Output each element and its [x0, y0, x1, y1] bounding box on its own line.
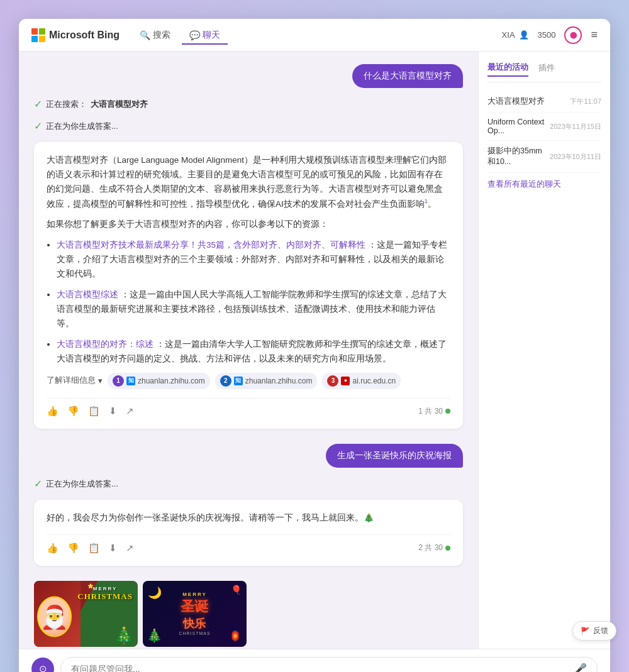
lantern-deco: 🏮 [229, 630, 242, 642]
green-dot-1 [445, 409, 450, 414]
sources-toggle[interactable]: 了解详细信息 ▾ [47, 375, 103, 386]
flag-icon: 🚩 [581, 627, 590, 636]
green-dot-2 [445, 546, 450, 551]
user-message-2: 生成一张圣诞快乐的庆祝海报 [326, 444, 463, 468]
source-chip-2[interactable]: 2 知 zhuanlan.zhihu.com [215, 373, 318, 389]
ref-1: 1 [425, 198, 428, 204]
user-message-1: 什么是大语言模型对齐 [352, 64, 463, 88]
status-generating-2: ✓ 正在为你生成答案... [34, 478, 463, 490]
copy-button-1[interactable]: 📋 [88, 405, 100, 417]
mic-icon[interactable]: 🎤 [574, 663, 587, 672]
copy-button-2[interactable]: 📋 [88, 543, 100, 554]
response-1-intro: 大语言模型对齐（Large Language Model Alignment）是… [47, 153, 450, 211]
input-area: ⊙ 🎤 ⊡ 0/4000 ➤ [19, 649, 610, 672]
nav-tabs: 🔍 搜索 💬 聊天 [132, 26, 228, 45]
christmas-text-1: MERRY CHRISTMAS [77, 586, 133, 602]
thumbup-button-1[interactable]: 👍 [47, 405, 58, 417]
avatar-icon: ⬤ [570, 31, 577, 38]
thumbup-button-2[interactable]: 👍 [47, 543, 58, 554]
input-avatar: ⊙ [31, 658, 54, 673]
view-all-link[interactable]: 查看所有最近的聊天 [487, 179, 601, 190]
thumbdown-button-1[interactable]: 👎 [67, 405, 79, 417]
input-box-wrapper: 🎤 [60, 657, 598, 672]
zhihu-icon-1: 知 [126, 377, 135, 385]
header-right: XIA 👤 3500 ⬤ ≡ [502, 26, 598, 44]
history-item-3[interactable]: 摄影中的35mm和10... 2023年10月11日 [487, 141, 601, 173]
source-chip-1[interactable]: 1 知 zhuanlan.zhihu.com [108, 373, 210, 389]
tab-chat[interactable]: 💬 聊天 [182, 26, 228, 45]
sidebar: 最近的活动 插件 大语言模型对齐 下午11:07 Uniform Context… [478, 52, 610, 649]
logo-sq-4 [39, 36, 45, 42]
logo-sq-2 [39, 28, 45, 35]
link-1[interactable]: 大语言模型对齐技术最新成果分享！共35篇，含外部对齐、内部对齐、可解释性 [57, 240, 365, 250]
tree-deco: 🎄 [147, 628, 162, 643]
logo-sq-1 [31, 28, 38, 35]
link-item-3: 大语言模型的对齐：综述 ：这是一篇由清华大学人工智能研究院教师和学生撰写的综述文… [57, 338, 450, 366]
christmas-text-2: MERRY 圣诞 快乐 CHRISTMAS [179, 592, 210, 636]
header: Microsoft Bing 🔍 搜索 💬 聊天 XIA 👤 3500 ⬤ [19, 19, 610, 52]
share-button-1[interactable]: ↗ [126, 405, 134, 417]
body: 什么是大语言模型对齐 ✓ 正在搜索： 大语言模型对齐 ✓ 正在为你生成答案...… [19, 52, 610, 649]
logo-sq-3 [31, 36, 38, 42]
source-chip-3[interactable]: 3 ● ai.ruc.edu.cn [322, 373, 401, 389]
download-button-1[interactable]: ⬇ [109, 405, 117, 417]
logo-text: Microsoft Bing [49, 30, 120, 41]
christmas-word: CHRISTMAS [77, 592, 133, 602]
header-left: Microsoft Bing 🔍 搜索 💬 聊天 [31, 26, 228, 45]
points-badge: 3500 [538, 30, 556, 40]
card-actions-1: 👍 👎 📋 ⬇ ↗ 1 共 30 [47, 398, 450, 417]
bing-logo-squares [31, 28, 45, 42]
link-3[interactable]: 大语言模型的对齐：综述 [57, 339, 153, 349]
feedback-button[interactable]: 🚩 反馈 [572, 621, 616, 641]
user-icon: 👤 [519, 30, 529, 40]
sidebar-tab-plugins[interactable]: 插件 [538, 62, 555, 77]
card-actions-2: 👍 👎 📋 ⬇ ↗ 2 共 30 [47, 534, 450, 554]
user-message-1-wrapper: 什么是大语言模型对齐 [34, 64, 463, 88]
page-count-1: 1 共 30 [418, 405, 450, 417]
user-message-2-wrapper: 生成一张圣诞快乐的庆祝海报 [34, 444, 463, 468]
status-generating-1: ✓ 正在为你生成答案... [34, 120, 463, 132]
ai-response-card-1: 大语言模型对齐（Large Language Model Alignment）是… [34, 142, 463, 429]
zhihu-icon-2: 知 [234, 377, 243, 385]
ruc-icon: ● [341, 377, 350, 385]
check-icon-3: ✓ [34, 478, 42, 490]
user-info: XIA 👤 [502, 30, 529, 40]
christmas-image-2[interactable]: 🌙 🎄 🎈 🏮 MERRY 圣诞 快乐 CHRISTMAS [143, 581, 247, 647]
ai-response-card-2: 好的，我会尽力为你创作一张圣诞快乐的庆祝海报。请稍等一下，我马上就回来。🎄 👍 … [34, 500, 463, 565]
input-wrapper: ⊙ 🎤 [31, 657, 598, 672]
share-button-2[interactable]: ↗ [126, 543, 134, 554]
moon-deco: 🌙 [148, 586, 162, 600]
sources-row: 了解详细信息 ▾ 1 知 zhuanlan.zhihu.com 2 知 zhua… [47, 373, 450, 389]
user-avatar[interactable]: ⬤ [564, 26, 582, 44]
download-button-2[interactable]: ⬇ [109, 543, 117, 554]
user-name: XIA [502, 30, 515, 40]
sidebar-tab-recent[interactable]: 最近的活动 [487, 62, 528, 77]
thumbdown-button-2[interactable]: 👎 [67, 543, 79, 554]
christmas-images: 🎅 MERRY CHRISTMAS 🎄 ⭐ 🌙 [34, 581, 463, 647]
chat-icon: 💬 [189, 30, 199, 40]
avatar-symbol: ⊙ [39, 663, 47, 673]
browser-window: Microsoft Bing 🔍 搜索 💬 聊天 XIA 👤 3500 ⬤ [19, 19, 610, 672]
history-item-1[interactable]: 大语言模型对齐 下午11:07 [487, 91, 601, 113]
chat-area: 什么是大语言模型对齐 ✓ 正在搜索： 大语言模型对齐 ✓ 正在为你生成答案...… [19, 52, 478, 649]
source-num-1: 1 [113, 375, 124, 387]
chat-input[interactable] [71, 664, 569, 673]
link-item-2: 大语言模型综述 ：这是一篇由中国人民大学高瓴人工智能学院教师和学生撰写的综述文章… [57, 288, 450, 331]
balloon-deco: 🎈 [231, 585, 242, 595]
status-searching: ✓ 正在搜索： 大语言模型对齐 [34, 98, 463, 110]
menu-icon[interactable]: ≡ [591, 28, 598, 41]
christmas-tree: 🎄 [114, 626, 134, 646]
santa-figure: 🎅 [37, 590, 72, 637]
tab-search[interactable]: 🔍 搜索 [132, 26, 178, 45]
search-icon: 🔍 [140, 30, 150, 40]
source-num-2: 2 [220, 375, 231, 387]
response-2-text: 好的，我会尽力为你创作一张圣诞快乐的庆祝海报。请稍等一下，我马上就回来。🎄 [47, 511, 450, 526]
history-item-2[interactable]: Uniform Context Op... 2023年11月15日 [487, 113, 601, 141]
link-item-1: 大语言模型对齐技术最新成果分享！共35篇，含外部对齐、内部对齐、可解释性 ：这是… [57, 238, 450, 282]
source-num-3: 3 [327, 375, 338, 387]
response-links-list: 大语言模型对齐技术最新成果分享！共35篇，含外部对齐、内部对齐、可解释性 ：这是… [57, 238, 450, 366]
christmas-image-1[interactable]: 🎅 MERRY CHRISTMAS 🎄 ⭐ [34, 581, 138, 647]
check-icon-2: ✓ [34, 120, 42, 132]
action-icons-2: 👍 👎 📋 ⬇ ↗ [47, 543, 134, 554]
link-2[interactable]: 大语言模型综述 [57, 290, 118, 299]
